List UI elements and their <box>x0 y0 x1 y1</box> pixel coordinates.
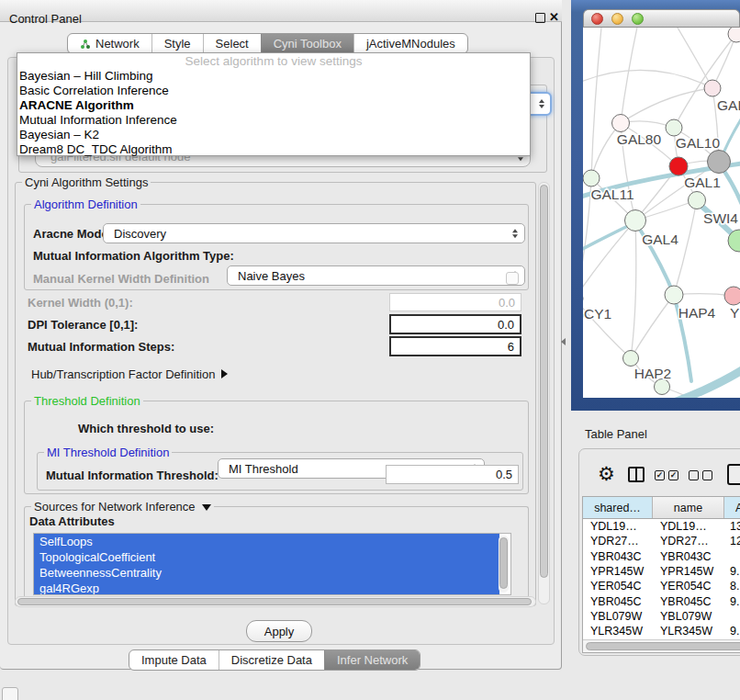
hub-definition-disclosure[interactable]: Hub/Transcription Factor Definition <box>31 367 228 381</box>
table-rows: YDL19…YDL19…13YDR27…YDR27…12YBR043CYBR04… <box>583 519 740 642</box>
attribute-list-item[interactable]: BetweennessCentrality <box>34 565 499 581</box>
apply-button[interactable]: Apply <box>246 620 312 642</box>
settings-horizontal-scrollbar[interactable] <box>15 596 536 607</box>
network-node[interactable] <box>665 286 683 304</box>
algorithm-option[interactable]: Dream8 DC_TDC Algorithm <box>17 142 530 157</box>
unchecked-box-icon <box>689 470 699 480</box>
network-window-titlebar[interactable] <box>583 9 740 28</box>
network-edge[interactable] <box>664 367 740 398</box>
data-attributes-list[interactable]: SelfLoopsTopologicalCoefficientBetweenne… <box>33 533 511 595</box>
column-header-name[interactable]: name <box>653 497 724 518</box>
attributes-vertical-scrollbar[interactable] <box>499 536 509 593</box>
tab-discretize-data[interactable]: Discretize Data <box>219 650 324 670</box>
algorithm-option[interactable]: Mutual Information Inference <box>17 113 530 128</box>
select-all-columns-button[interactable]: ✓ ✓ <box>655 470 678 480</box>
aracne-mode-label: Aracne Mode: <box>33 227 112 241</box>
mi-threshold-field[interactable]: 0.5 <box>386 465 519 484</box>
table-row[interactable]: YER054CYER054C8. <box>583 579 740 593</box>
network-node[interactable] <box>666 119 682 136</box>
kernel-width-field[interactable]: 0.0 <box>389 293 521 311</box>
network-edge[interactable] <box>621 88 712 123</box>
network-edge[interactable] <box>631 220 636 358</box>
column-header-a[interactable]: A <box>724 497 740 518</box>
table-cell: YBL079W <box>653 610 724 623</box>
network-node[interactable] <box>728 28 740 42</box>
tab-cyni-toolbox[interactable]: Cyni Toolbox <box>261 34 353 53</box>
network-node[interactable] <box>724 287 740 305</box>
network-node[interactable] <box>583 170 600 186</box>
tab-style[interactable]: Style <box>151 34 203 53</box>
algorithm-option[interactable]: Bayesian – K2 <box>17 128 530 142</box>
settings-vertical-scrollbar[interactable] <box>538 182 550 604</box>
table-cell: YBR045C <box>653 595 724 608</box>
network-edge[interactable] <box>583 220 635 299</box>
float-panel-icon[interactable] <box>535 13 545 23</box>
tab-network[interactable]: Network <box>68 34 151 53</box>
table-row[interactable]: YDR27…YDR27…12 <box>583 534 740 548</box>
table-horizontal-scrollbar[interactable] <box>583 639 740 652</box>
gear-icon[interactable]: ⚙ <box>598 463 615 485</box>
column-header-shared-name[interactable]: shared… <box>583 497 653 518</box>
network-view[interactable]: GALGAL80GAL10GAL1GAL11SWI4GAL4GCY1HAP4YH… <box>583 28 740 398</box>
tab-select[interactable]: Select <box>203 34 261 53</box>
algorithm-option[interactable]: ARACNE Algorithm <box>17 98 530 113</box>
tab-infer-network[interactable]: Infer Network <box>324 650 420 670</box>
zoom-window-icon[interactable] <box>632 13 644 25</box>
minimize-window-icon[interactable] <box>611 13 623 25</box>
network-node[interactable] <box>669 157 688 175</box>
table-row[interactable]: YDL19…YDL19…13 <box>583 519 740 534</box>
network-node-label: GAL80 <box>617 131 662 147</box>
mi-type-label: Mutual Information Algorithm Type: <box>33 249 234 263</box>
network-edge[interactable] <box>621 28 638 123</box>
sources-group-title[interactable]: Sources for Network Inference <box>31 500 214 514</box>
network-node[interactable] <box>704 80 721 96</box>
table-cell: YER054C <box>583 580 653 593</box>
split-columns-icon[interactable] <box>628 467 645 482</box>
scrollbar-thumb[interactable] <box>17 598 532 605</box>
dpi-tolerance-field[interactable]: 0.0 <box>389 314 521 334</box>
network-edge[interactable] <box>631 295 674 358</box>
mi-steps-label: Mutual Information Steps: <box>28 340 174 354</box>
network-node[interactable] <box>612 115 630 132</box>
page-icon[interactable] <box>727 464 740 485</box>
network-edge[interactable] <box>675 28 712 88</box>
control-panel-title: Control Panel <box>9 12 82 26</box>
network-node[interactable] <box>689 192 706 209</box>
algorithm-option[interactable]: Bayesian – Hill Climbing <box>17 69 530 84</box>
attribute-list-item[interactable]: gal4RGexp <box>34 581 499 595</box>
table-row[interactable]: YBL079WYBL079W <box>583 609 740 624</box>
table-cell: YPR145W <box>653 565 724 578</box>
network-node[interactable] <box>655 379 670 395</box>
network-edge[interactable] <box>674 200 697 295</box>
network-node[interactable] <box>708 151 731 174</box>
scrollbar-thumb[interactable] <box>499 537 508 589</box>
panel-corner-button[interactable] <box>2 687 18 700</box>
close-panel-icon[interactable]: ✕ <box>549 10 559 24</box>
control-panel-titlebar[interactable] <box>0 0 562 22</box>
table-row[interactable]: YPR145WYPR145W9. <box>583 564 740 579</box>
close-window-icon[interactable] <box>591 13 603 25</box>
deselect-all-columns-button[interactable] <box>689 470 712 480</box>
attribute-list-item[interactable]: SelfLoops <box>34 534 499 549</box>
tab-jactivemnodules[interactable]: jActiveMNodules <box>353 34 467 53</box>
manual-kernel-checkbox[interactable] <box>506 272 519 285</box>
scrollbar-thumb[interactable] <box>540 185 548 578</box>
table-row[interactable]: YBR043CYBR043C <box>583 549 740 564</box>
mi-type-combo[interactable]: Naive Bayes <box>227 265 525 286</box>
scrollbar-thumb[interactable] <box>586 642 740 650</box>
network-canvas[interactable]: GALGAL80GAL10GAL1GAL11SWI4GAL4GCY1HAP4YH… <box>583 28 740 398</box>
network-node[interactable] <box>623 351 639 367</box>
network-edge[interactable] <box>583 70 712 88</box>
table-header-row: shared… name A <box>583 497 740 519</box>
algorithm-option[interactable]: Basic Correlation Inference <box>17 84 530 98</box>
table-cell: 13 <box>724 520 740 533</box>
mi-steps-field[interactable]: 6 <box>389 336 521 356</box>
tab-impute-data[interactable]: Impute Data <box>129 650 219 670</box>
network-node[interactable] <box>625 210 646 231</box>
table-row[interactable]: YBR045CYBR045C9. <box>583 593 740 608</box>
attribute-list-item[interactable]: TopologicalCoefficient <box>34 549 499 565</box>
table-row[interactable]: YLR345WYLR345W9. <box>583 624 740 638</box>
network-edge[interactable] <box>674 34 736 128</box>
aracne-mode-combo[interactable]: Discovery <box>103 223 525 243</box>
panel-splitter-handle[interactable] <box>561 338 566 345</box>
